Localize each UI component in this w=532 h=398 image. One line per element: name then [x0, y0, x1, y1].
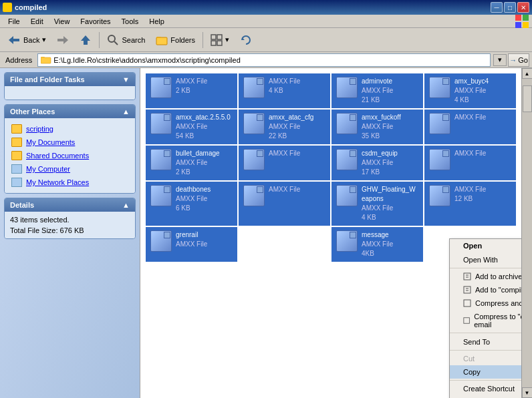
file-item[interactable]: AMXX File 4 KB: [239, 73, 330, 108]
menu-edit[interactable]: Edit: [25, 16, 49, 27]
sidebar-item-shared-documents[interactable]: Shared Documents: [9, 149, 131, 162]
ctx-copy[interactable]: Copy: [450, 365, 521, 379]
file-icon: [336, 113, 358, 134]
svg-rect-23: [464, 286, 471, 293]
ctx-send-to[interactable]: Send To ▶: [450, 335, 521, 349]
address-bar: Address E:\Lg.Idle.Ro\cstrike\addons\amx…: [0, 52, 532, 68]
file-item[interactable]: GHW_Floating_Weapons AMXX File 4 KB: [331, 182, 423, 226]
ctx-sep-3: [450, 350, 521, 351]
menu-tools[interactable]: Tools: [116, 16, 144, 27]
sidebar-item-my-documents[interactable]: My Documents: [9, 136, 131, 149]
scroll-down-button[interactable]: ▼: [522, 387, 533, 398]
sidebar-item-scripting[interactable]: scripting: [9, 122, 131, 136]
file-item[interactable]: amx_buyc4 AMXX File 4 KB: [424, 73, 516, 108]
file-item[interactable]: AMXX File: [239, 182, 330, 226]
svg-marker-4: [9, 36, 13, 44]
address-label: Address: [3, 56, 35, 64]
sidebar-item-my-computer[interactable]: My Computer: [9, 162, 131, 176]
places-section: Other Places ▲ scripting My Documents Sh…: [4, 104, 136, 194]
file-item[interactable]: AMXX File: [239, 146, 330, 180]
ctx-compress-rar-email[interactable]: Compress to "compiled.rar" and email: [450, 310, 521, 331]
context-menu: Open Open With ▶ Add to archive... Add t…: [449, 238, 521, 398]
file-item[interactable]: AMXX File 2 KB: [146, 73, 237, 108]
places-header[interactable]: Other Places ▲: [5, 105, 135, 118]
svg-rect-5: [13, 39, 19, 41]
file-item[interactable]: bullet_damage AMXX File 2 KB: [146, 146, 237, 180]
archive-icon: [463, 286, 471, 294]
ctx-add-archive[interactable]: Add to archive...: [450, 270, 521, 283]
computer-icon: [11, 164, 22, 174]
sidebar: File and Folder Tasks ▼ Other Places ▲ s…: [0, 68, 140, 398]
address-dropdown-button[interactable]: ▾: [493, 54, 507, 66]
sidebar-item-my-network[interactable]: My Network Places: [9, 176, 131, 189]
address-input-container[interactable]: E:\Lg.Idle.Ro\cstrike\addons\amxmodx\scr…: [37, 53, 491, 67]
total-size-label: Total File Size:: [10, 226, 58, 234]
file-item[interactable]: amxx_atac.2.5.5.0 AMXX File 54 KB: [146, 110, 237, 144]
search-button[interactable]: Search: [102, 31, 150, 49]
file-icon: [150, 113, 172, 134]
svg-rect-3: [523, 22, 529, 28]
svg-point-9: [108, 35, 115, 42]
menu-help[interactable]: Help: [144, 16, 170, 27]
toolbar: Back ▾ Search Folders ▾: [0, 28, 532, 52]
network-icon: [11, 178, 22, 187]
file-icon: [336, 185, 358, 206]
menu-favorites[interactable]: Favorites: [75, 16, 116, 27]
windows-logo: [515, 14, 529, 29]
archive-icon: [463, 272, 471, 280]
folder-icon: [11, 124, 22, 134]
folders-button[interactable]: Folders: [151, 31, 200, 49]
go-button[interactable]: → Go: [508, 53, 529, 67]
file-item[interactable]: amxx_fuckoff AMXX File 35 KB: [331, 110, 423, 144]
file-item[interactable]: csdm_equip AMXX File 17 KB: [331, 146, 423, 180]
svg-rect-1: [523, 15, 529, 21]
file-icon: [243, 185, 265, 206]
maximize-button[interactable]: □: [504, 2, 516, 13]
file-item[interactable]: message AMXX File 4KB: [331, 227, 423, 262]
file-item[interactable]: AMXX File: [424, 110, 516, 144]
ctx-add-compiled-rar[interactable]: Add to "compiled.rar": [450, 283, 521, 296]
forward-button[interactable]: [52, 31, 74, 49]
file-item[interactable]: AMXX File: [424, 146, 516, 180]
views-button[interactable]: ▾: [206, 31, 234, 49]
tasks-header[interactable]: File and Folder Tasks ▼: [5, 73, 135, 86]
ctx-open[interactable]: Open: [450, 239, 521, 252]
menu-bar: File Edit View Favorites Tools Help: [0, 15, 532, 28]
back-button[interactable]: Back ▾: [3, 31, 51, 49]
minimize-button[interactable]: ─: [491, 2, 503, 13]
file-item[interactable]: grenrail AMXX File: [146, 227, 237, 262]
menu-view[interactable]: View: [49, 16, 76, 27]
svg-rect-15: [211, 41, 216, 45]
close-button[interactable]: ✕: [517, 2, 529, 13]
file-item[interactable]: adminvote AMXX File 21 KB: [331, 73, 423, 108]
archive-icon: [463, 317, 470, 325]
file-item[interactable]: amxx_atac_cfg AMXX File 22 KB: [239, 110, 330, 144]
scroll-thumb[interactable]: [523, 85, 532, 112]
file-item[interactable]: AMXX File 12 KB: [424, 182, 516, 226]
file-icon: [150, 185, 172, 206]
ctx-create-shortcut[interactable]: Create Shortcut: [450, 382, 521, 395]
file-icon: [429, 149, 450, 170]
selected-count: 43 items selected.: [10, 216, 130, 224]
scroll-up-button[interactable]: ▲: [522, 68, 533, 79]
up-button[interactable]: [75, 31, 96, 49]
file-icon: [243, 149, 265, 170]
back-icon: [7, 33, 21, 47]
file-item[interactable]: deathbones AMXX File 6 KB: [146, 182, 237, 226]
file-icon: [150, 230, 172, 252]
ctx-open-with[interactable]: Open With ▶: [450, 252, 521, 266]
menu-file[interactable]: File: [3, 16, 25, 27]
refresh-button[interactable]: [235, 31, 257, 49]
svg-marker-8: [81, 35, 90, 45]
ctx-sep-2: [450, 333, 521, 333]
ctx-compress-email[interactable]: Compress and email...: [450, 296, 521, 310]
tasks-content: [5, 86, 135, 100]
vertical-scrollbar: ▲ ▼: [521, 68, 532, 398]
scroll-track[interactable]: [522, 79, 532, 387]
file-icon: [336, 149, 358, 170]
svg-rect-26: [464, 300, 471, 307]
file-icon: [429, 77, 450, 98]
file-icon: [336, 77, 358, 98]
file-icon: [429, 185, 450, 206]
details-header[interactable]: Details ▲: [5, 198, 135, 212]
